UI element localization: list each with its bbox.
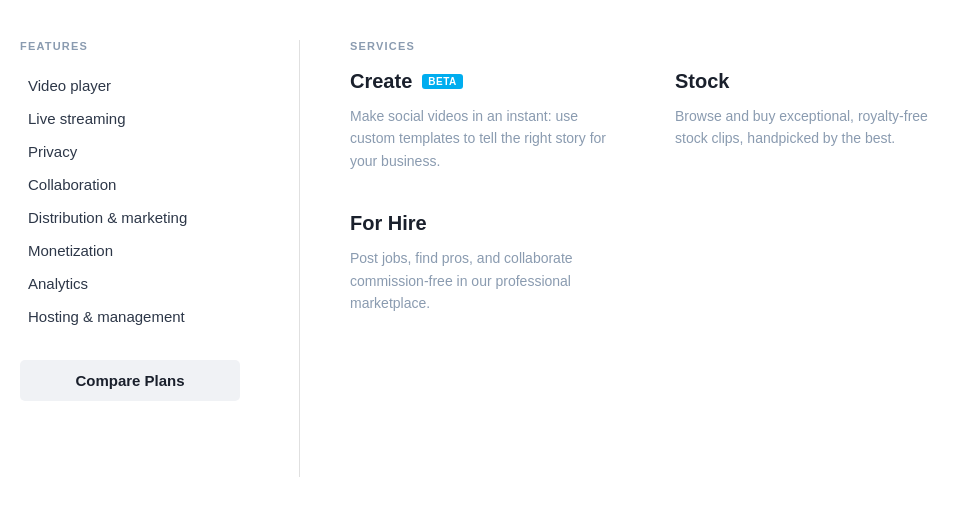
service-title-row-create: Create BETA (350, 70, 615, 93)
services-column: SERVICES Create BETA Make social videos … (300, 40, 940, 477)
service-title-stock: Stock (675, 70, 729, 93)
feature-link-video-player[interactable]: Video player (20, 70, 259, 101)
service-item-create: Create BETA Make social videos in an ins… (350, 70, 615, 172)
service-description-create: Make social videos in an instant: use cu… (350, 105, 615, 172)
service-title-row-stock: Stock (675, 70, 940, 93)
feature-link-hosting-management[interactable]: Hosting & management (20, 301, 259, 332)
feature-link-monetization[interactable]: Monetization (20, 235, 259, 266)
features-list: Video player Live streaming Privacy Coll… (20, 70, 259, 332)
feature-link-live-streaming[interactable]: Live streaming (20, 103, 259, 134)
feature-link-analytics[interactable]: Analytics (20, 268, 259, 299)
menu-container: FEATURES Video player Live streaming Pri… (0, 0, 960, 517)
list-item: Monetization (20, 235, 259, 266)
list-item: Video player (20, 70, 259, 101)
service-description-stock: Browse and buy exceptional, royalty-free… (675, 105, 940, 150)
list-item: Distribution & marketing (20, 202, 259, 233)
beta-badge: BETA (422, 74, 462, 89)
service-title-row-for-hire: For Hire (350, 212, 615, 235)
feature-link-distribution-marketing[interactable]: Distribution & marketing (20, 202, 259, 233)
compare-plans-button[interactable]: Compare Plans (20, 360, 240, 401)
feature-link-collaboration[interactable]: Collaboration (20, 169, 259, 200)
service-title-for-hire: For Hire (350, 212, 427, 235)
features-column: FEATURES Video player Live streaming Pri… (20, 40, 300, 477)
service-description-for-hire: Post jobs, find pros, and collaborate co… (350, 247, 615, 314)
service-item-stock: Stock Browse and buy exceptional, royalt… (675, 70, 940, 172)
service-title-create: Create (350, 70, 412, 93)
list-item: Collaboration (20, 169, 259, 200)
list-item: Analytics (20, 268, 259, 299)
services-grid: Create BETA Make social videos in an ins… (350, 70, 940, 354)
services-section-label: SERVICES (350, 40, 940, 52)
list-item: Hosting & management (20, 301, 259, 332)
service-item-for-hire: For Hire Post jobs, find pros, and colla… (350, 212, 615, 314)
list-item: Privacy (20, 136, 259, 167)
feature-link-privacy[interactable]: Privacy (20, 136, 259, 167)
list-item: Live streaming (20, 103, 259, 134)
features-section-label: FEATURES (20, 40, 259, 52)
